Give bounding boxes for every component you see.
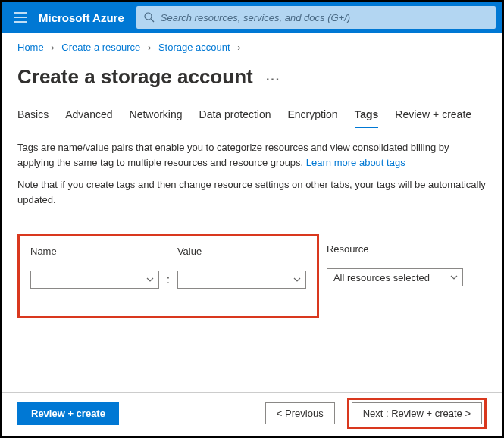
resource-column-label: Resource [327,243,463,255]
learn-more-link[interactable]: Learn more about tags [306,157,405,168]
chevron-down-icon [450,275,458,280]
page-title: Create a storage account [17,65,253,88]
tab-basics[interactable]: Basics [17,104,49,128]
tab-encryption[interactable]: Encryption [288,104,338,128]
breadcrumb-storage-account[interactable]: Storage account [158,42,230,53]
chevron-down-icon [146,277,154,282]
page-title-row: Create a storage account ··· [2,59,502,104]
colon-separator: : [167,274,170,289]
resource-selected: All resources selected [327,272,450,283]
value-column-label: Value [177,246,306,257]
name-column-label: Name [30,246,159,257]
tag-form-row: Name : Value Resource All resources sele… [2,227,502,318]
tab-networking[interactable]: Networking [130,104,183,128]
highlight-next-button: Next : Review + create > [347,398,487,429]
chevron-right-icon: › [148,42,151,53]
more-actions-icon[interactable]: ··· [266,73,280,86]
resource-combo[interactable]: All resources selected [327,268,463,286]
tab-data-protection[interactable]: Data protection [199,104,271,128]
tab-advanced[interactable]: Advanced [65,104,112,128]
review-create-button[interactable]: Review + create [17,402,119,425]
highlight-name-value: Name : Value [17,234,319,318]
breadcrumb-create-resource[interactable]: Create a resource [61,42,140,53]
tag-value-combo[interactable] [177,271,306,289]
previous-button[interactable]: < Previous [265,402,335,424]
breadcrumb: Home › Create a resource › Storage accou… [2,33,502,59]
chevron-right-icon: › [51,42,54,53]
hamburger-menu-icon[interactable] [2,2,39,33]
next-button[interactable]: Next : Review + create > [352,402,482,424]
chevron-right-icon: › [237,42,240,53]
footer-bar: Review + create < Previous Next : Review… [2,398,502,429]
tab-body: Tags are name/value pairs that enable yo… [2,128,502,227]
top-bar: Microsoft Azure [2,2,502,33]
search-box[interactable] [136,6,496,29]
footer-divider [2,392,502,393]
search-icon [144,12,155,23]
tag-name-combo[interactable] [30,271,159,289]
breadcrumb-home[interactable]: Home [17,42,44,53]
svg-point-0 [145,13,152,20]
tab-tags[interactable]: Tags [355,104,379,128]
brand-label: Microsoft Azure [39,11,136,24]
tab-review-create[interactable]: Review + create [395,104,471,128]
chevron-down-icon [293,277,301,282]
tab-strip: Basics Advanced Networking Data protecti… [2,104,502,128]
search-input[interactable] [161,12,488,23]
tags-note: Note that if you create tags and then ch… [17,177,487,207]
